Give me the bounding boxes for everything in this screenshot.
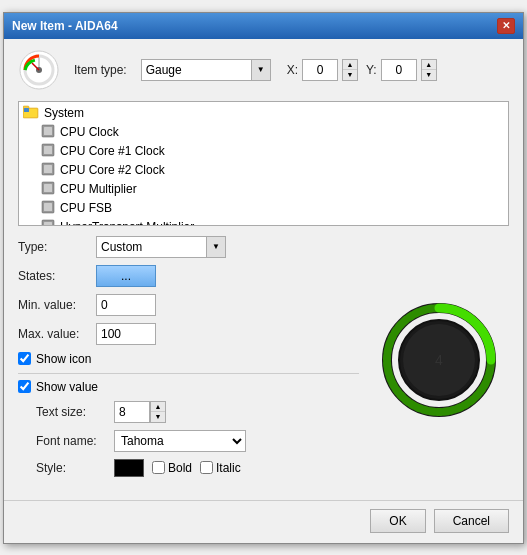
show-icon-row: Show icon (18, 352, 359, 366)
color-picker-box[interactable] (114, 459, 144, 477)
item-type-label: Item type: (74, 63, 127, 77)
x-down-button[interactable]: ▼ (343, 70, 357, 80)
states-button[interactable]: ... (96, 265, 156, 287)
tree-item-cpu-fsb[interactable]: CPU FSB (19, 199, 508, 218)
bottom-bar: OK Cancel (4, 500, 523, 543)
tree-list[interactable]: System CPU Clock CPU Core #1 Clock CPU C… (18, 101, 509, 226)
tree-item-cpu-core1-label: CPU Core #1 Clock (60, 144, 165, 158)
text-size-input[interactable] (114, 401, 150, 423)
svg-rect-11 (44, 146, 52, 154)
y-down-button[interactable]: ▼ (422, 70, 436, 80)
gauge-value: 4 (435, 352, 443, 368)
show-value-checkbox[interactable] (18, 380, 31, 393)
y-input[interactable] (381, 59, 417, 81)
type-row: Type: ▼ (18, 236, 359, 258)
right-panel: 4 (369, 236, 509, 484)
y-label: Y: (366, 63, 377, 77)
font-name-row: Font name: Tahoma Arial Verdana (36, 430, 359, 452)
tree-item-ht-mult-label: HyperTransport Multiplier (60, 220, 194, 226)
text-size-spinner[interactable]: ▲ ▼ (150, 401, 166, 423)
type-label: Type: (18, 240, 96, 254)
svg-rect-19 (44, 222, 52, 226)
tree-item-cpu-core2[interactable]: CPU Core #2 Clock (19, 161, 508, 180)
chip-icon-1 (41, 124, 55, 141)
max-value-input[interactable] (96, 323, 156, 345)
svg-rect-17 (44, 203, 52, 211)
chip-icon-3 (41, 162, 55, 179)
italic-check-label: Italic (200, 461, 241, 475)
divider-1 (18, 373, 359, 374)
tree-item-cpu-fsb-label: CPU FSB (60, 201, 112, 215)
show-value-row: Show value (18, 380, 359, 394)
tree-item-cpu-core2-label: CPU Core #2 Clock (60, 163, 165, 177)
window-title: New Item - AIDA64 (12, 19, 118, 33)
svg-rect-13 (44, 165, 52, 173)
italic-checkbox[interactable] (200, 461, 213, 474)
tree-item-cpu-clock[interactable]: CPU Clock (19, 123, 508, 142)
text-size-up-button[interactable]: ▲ (151, 402, 165, 412)
content-area: Item type: ▼ X: ▲ ▼ Y: ▲ ▼ (4, 39, 523, 494)
y-up-button[interactable]: ▲ (422, 60, 436, 70)
tree-item-cpu-clock-label: CPU Clock (60, 125, 119, 139)
tree-item-ht-mult[interactable]: HyperTransport Multiplier (19, 218, 508, 226)
font-name-select[interactable]: Tahoma Arial Verdana (114, 430, 246, 452)
item-type-arrow-icon[interactable]: ▼ (251, 59, 271, 81)
chip-icon-2 (41, 143, 55, 160)
chip-icon-5 (41, 200, 55, 217)
show-value-label[interactable]: Show value (36, 380, 98, 394)
chip-icon-6 (41, 219, 55, 226)
show-icon-checkbox[interactable] (18, 352, 31, 365)
svg-rect-15 (44, 184, 52, 192)
states-label: States: (18, 269, 96, 283)
titlebar: New Item - AIDA64 ✕ (4, 13, 523, 39)
item-type-input[interactable] (141, 59, 251, 81)
gauge-preview: 4 (379, 300, 499, 420)
main-window: New Item - AIDA64 ✕ Item type: (3, 12, 524, 544)
svg-rect-7 (24, 108, 29, 112)
x-input[interactable] (302, 59, 338, 81)
chip-icon-4 (41, 181, 55, 198)
text-size-row: Text size: ▲ ▼ (36, 401, 359, 423)
tree-item-cpu-mult-label: CPU Multiplier (60, 182, 137, 196)
main-body: Type: ▼ States: ... Min. value: (18, 236, 509, 484)
tree-item-cpu-mult[interactable]: CPU Multiplier (19, 180, 508, 199)
ok-button[interactable]: OK (370, 509, 425, 533)
font-name-dropdown[interactable]: Tahoma Arial Verdana (114, 430, 246, 452)
x-spinner[interactable]: ▲ ▼ (342, 59, 358, 81)
x-label: X: (287, 63, 298, 77)
text-size-down-button[interactable]: ▼ (151, 412, 165, 422)
gauge-app-icon (18, 49, 60, 91)
max-value-label: Max. value: (18, 327, 96, 341)
text-size-label: Text size: (36, 405, 114, 419)
cancel-button[interactable]: Cancel (434, 509, 509, 533)
folder-icon (23, 105, 39, 122)
show-icon-label[interactable]: Show icon (36, 352, 91, 366)
style-label: Style: (36, 461, 114, 475)
type-input[interactable] (96, 236, 206, 258)
tree-item-cpu-core1[interactable]: CPU Core #1 Clock (19, 142, 508, 161)
type-arrow-icon[interactable]: ▼ (206, 236, 226, 258)
left-panel: Type: ▼ States: ... Min. value: (18, 236, 359, 484)
max-value-row: Max. value: (18, 323, 359, 345)
min-value-row: Min. value: (18, 294, 359, 316)
states-row: States: ... (18, 265, 359, 287)
top-row: Item type: ▼ X: ▲ ▼ Y: ▲ ▼ (18, 49, 509, 91)
min-value-label: Min. value: (18, 298, 96, 312)
type-dropdown[interactable]: ▼ (96, 236, 226, 258)
tree-item-system[interactable]: System (19, 104, 508, 123)
x-up-button[interactable]: ▲ (343, 60, 357, 70)
item-type-dropdown[interactable]: ▼ (141, 59, 271, 81)
font-name-label: Font name: (36, 434, 114, 448)
style-row: Style: Bold Italic (36, 459, 359, 477)
min-value-input[interactable] (96, 294, 156, 316)
tree-item-system-label: System (44, 106, 84, 120)
italic-label: Italic (216, 461, 241, 475)
bold-checkbox[interactable] (152, 461, 165, 474)
y-spinner[interactable]: ▲ ▼ (421, 59, 437, 81)
bold-check-label: Bold (152, 461, 192, 475)
bold-label: Bold (168, 461, 192, 475)
svg-rect-9 (44, 127, 52, 135)
close-button[interactable]: ✕ (497, 18, 515, 34)
